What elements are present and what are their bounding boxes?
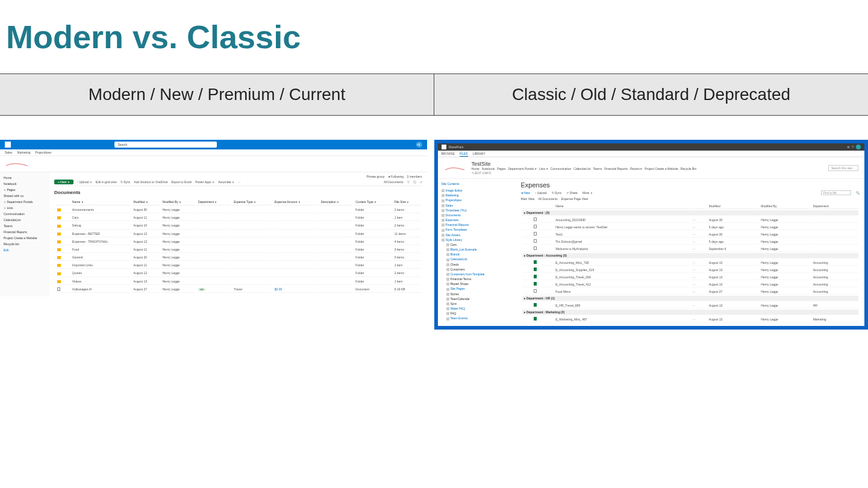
nav-item[interactable]: Project Create a Website	[2, 235, 47, 241]
nav-item[interactable]: Customers from Template	[442, 272, 513, 277]
nav-item[interactable]: FAQ	[442, 311, 513, 316]
shortcut-button[interactable]: Add shortcut to OneDrive	[134, 180, 167, 184]
table-row[interactable]: E_Accounting_Travel_296···August 13Henry…	[522, 274, 859, 280]
edit-grid-button[interactable]: Edit in grid view	[96, 180, 117, 184]
top-nav-item[interactable]: Notebook	[482, 167, 495, 170]
table-row[interactable]: CarsAugust 11Henry LeggeFolder1 item	[55, 214, 421, 221]
nav-item[interactable]: Home	[2, 175, 47, 181]
nav-item[interactable]: Financial Reports	[442, 222, 513, 227]
column-header[interactable]: Content Type ∨	[354, 199, 392, 205]
members-count[interactable]: 3 members	[407, 175, 422, 178]
follow-button[interactable]: ★ Following	[388, 175, 404, 178]
new-button[interactable]: + New ∨	[54, 180, 73, 184]
table-row[interactable]: Important LinksAugust 11Henry LeggeFolde…	[55, 262, 421, 269]
nav-item[interactable]: Recycle bin	[2, 241, 47, 247]
group-header[interactable]: ▸ Department : Accounting (5)	[522, 253, 859, 258]
column-header[interactable]	[522, 204, 531, 209]
nav-item[interactable]: Water FAQ	[442, 306, 513, 311]
filter-icon[interactable]: ▽	[407, 180, 410, 184]
share-button[interactable]: ↗ Share	[566, 191, 578, 195]
site-title[interactable]: TestSite	[472, 161, 699, 167]
top-nav-item[interactable]: Recent ▾	[630, 167, 642, 170]
top-nav-item[interactable]: Communication	[551, 167, 572, 170]
nav-item[interactable]: Team Events	[442, 316, 513, 321]
expand-icon[interactable]: ⤢	[420, 180, 422, 184]
view-tab[interactable]: All Documents	[538, 197, 557, 201]
top-nav-item[interactable]: Pages	[497, 167, 505, 170]
column-header[interactable]: Department	[811, 204, 858, 209]
nav-item[interactable]: Lists	[2, 205, 47, 211]
nav-item[interactable]: Site Assets	[442, 233, 513, 237]
nav-item[interactable]: Marketing	[442, 193, 513, 198]
nav-item[interactable]: Communication	[2, 211, 47, 217]
nav-item[interactable]: Financial Terms	[442, 277, 513, 281]
nav-item[interactable]: CalendarList	[442, 257, 513, 261]
automate-button[interactable]: Automate ∨	[218, 180, 234, 184]
search-icon[interactable]: 🔍	[856, 191, 860, 195]
top-nav-item[interactable]: Department Portals ▾	[508, 167, 536, 170]
new-button[interactable]: ⊕ New	[521, 191, 530, 195]
nav-item[interactable]: Teams	[2, 223, 47, 229]
top-nav-item[interactable]: Lists ▾	[539, 167, 548, 170]
nav-item[interactable]: Form Templates	[442, 227, 513, 232]
sync-button[interactable]: ↻ Sync	[120, 180, 131, 184]
table-row[interactable]: DebugAugust 10Henry LeggeFolder2 items	[55, 222, 421, 229]
app-launcher-icon[interactable]	[5, 142, 11, 148]
nav-item[interactable]: Blank_List Example	[442, 247, 513, 252]
app-launcher-icon[interactable]	[442, 145, 446, 149]
table-row[interactable]: E_Marketing_Misc_487···August 13Henry Le…	[522, 316, 859, 322]
table-row[interactable]: E_HR_Travel_689···August 13Henry LeggeHR	[522, 302, 859, 308]
table-row[interactable]: FoodAugust 11Henry LeggeFolder3 items	[55, 246, 421, 253]
table-row[interactable]: VideosAugust 13Henry LeggeFolder1 item	[55, 278, 421, 285]
ribbon-tab[interactable]: LIBRARY	[473, 152, 486, 155]
nav-item[interactable]: Customers	[442, 267, 513, 272]
column-header[interactable]: Expense Type ∨	[232, 199, 272, 205]
table-row[interactable]: Test1···August 30Henry Legge	[522, 231, 859, 237]
gear-icon[interactable]: ⚙	[847, 145, 849, 149]
table-row[interactable]: Henry Legge wants to access 'TestSite'··…	[522, 224, 859, 230]
ribbon-tab[interactable]: FILES	[460, 152, 468, 157]
table-row[interactable]: GeneralAugust 20Henry LeggeFolder0 items	[55, 254, 421, 261]
table-row[interactable]: Tim Dobson@gmail···5 days agoHenry Legge	[522, 239, 859, 245]
table-row[interactable]: E_Accounting_Misc_728···August 13Henry L…	[522, 260, 859, 266]
find-file-input[interactable]: Find a file	[821, 190, 851, 195]
nav-item[interactable]: Site Pages	[442, 286, 513, 291]
table-row[interactable]: E_Accounting_Supplies_519···August 13Hen…	[522, 267, 859, 273]
table-row[interactable]: Volkswagen.tifAugust 27Henry LeggeHRTrav…	[55, 286, 421, 293]
column-header[interactable]: Modified By	[759, 204, 810, 209]
more-button[interactable]: ···	[238, 180, 240, 184]
group-header[interactable]: ▸ Department : (5)	[522, 210, 859, 216]
table-row[interactable]: QuotesAugust 12Henry LeggeFolder2 items	[55, 270, 421, 277]
site-search-input[interactable]: Search this site ▫	[828, 165, 858, 171]
group-header[interactable]: ▸ Department : HR (1)	[522, 296, 859, 301]
hub-tab[interactable]: ProjectApex	[35, 151, 51, 154]
column-header[interactable]: Modified By ∨	[161, 199, 195, 205]
nav-item[interactable]: CalendarList	[2, 217, 47, 223]
nav-item[interactable]: Financial Reports	[2, 229, 47, 235]
top-nav-item[interactable]: CalendarList	[573, 167, 590, 170]
table-row[interactable]: AnnouncementsAugust 30Henry LeggeFolder2…	[55, 207, 421, 213]
hub-tab[interactable]: Marketing	[17, 151, 31, 154]
top-nav-item[interactable]: Recycle Bin	[681, 167, 696, 170]
avatar[interactable]	[856, 145, 861, 149]
top-nav-item[interactable]: Teams	[593, 167, 602, 170]
nav-item[interactable]: Timesheet (Tru)	[442, 208, 513, 213]
avatar[interactable]: HL	[416, 142, 422, 148]
top-nav-item[interactable]: Project Create a Website	[645, 167, 678, 170]
column-header[interactable]: Modified ∨	[132, 199, 160, 205]
nav-item[interactable]: Brands	[442, 252, 513, 257]
table-row[interactable]: Accounting_20210830···August 30Henry Leg…	[522, 217, 859, 223]
nav-item[interactable]: ProjectApex	[442, 198, 513, 202]
column-header[interactable]: Name ∨	[70, 199, 131, 205]
search-input[interactable]: Search	[114, 142, 217, 148]
column-header[interactable]: Expense Amount ∨	[273, 199, 318, 205]
table-row[interactable]: Expenses - TRADITIONALAugust 13Henry Leg…	[55, 239, 421, 245]
nav-item[interactable]: TeamCalendar	[442, 296, 513, 301]
nav-item[interactable]: Notebook	[2, 181, 47, 187]
column-header[interactable]	[55, 199, 69, 205]
nav-item[interactable]: Check	[442, 262, 513, 267]
nav-item[interactable]: Department Portals	[2, 199, 47, 205]
sync-button[interactable]: ↻ Sync	[552, 191, 562, 195]
nav-item[interactable]: Cars	[442, 242, 513, 247]
view-tab[interactable]: Main View	[521, 197, 535, 201]
